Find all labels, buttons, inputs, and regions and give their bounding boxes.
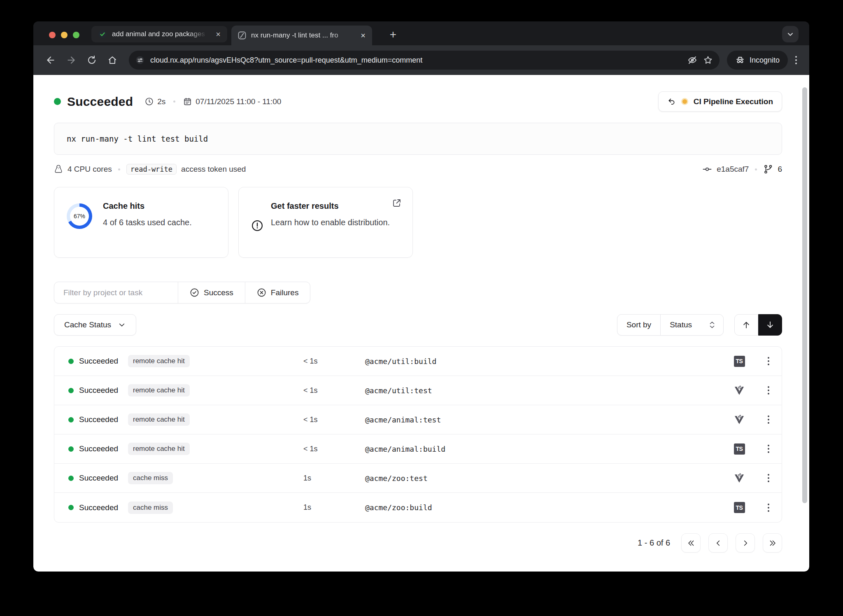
chevron-down-icon (787, 30, 794, 38)
command-text: nx run-many -t lint test build (67, 134, 208, 143)
chevron-right-icon (741, 539, 750, 548)
back-icon (47, 57, 54, 63)
incognito-icon (735, 55, 745, 65)
incognito-badge: Incognito (727, 51, 788, 70)
row-duration: < 1s (303, 357, 365, 366)
close-window-button[interactable] (49, 32, 56, 38)
row-status: Succeeded (79, 444, 118, 453)
row-status-dot (68, 388, 74, 393)
linux-icon (54, 164, 63, 174)
table-row[interactable]: Succeeded remote cache hit < 1s @acme/ut… (54, 347, 782, 376)
double-chevron-right-icon (768, 539, 777, 548)
traffic-lights (49, 32, 79, 38)
double-chevron-left-icon (687, 539, 696, 548)
table-row[interactable]: Succeeded cache miss 1s @acme/zoo:build … (54, 493, 782, 522)
sort-group: Sort by Status (617, 314, 724, 336)
row-menu-button[interactable] (765, 355, 772, 368)
row-duration: 1s (303, 503, 365, 512)
typescript-icon: TS (734, 356, 745, 367)
reload-button[interactable] (84, 52, 100, 68)
chevron-down-icon (118, 321, 126, 329)
site-settings-icon[interactable] (135, 56, 144, 65)
row-status: Succeeded (79, 415, 118, 424)
first-page-button[interactable] (681, 533, 701, 553)
table-row[interactable]: Succeeded remote cache hit < 1s @acme/an… (54, 405, 782, 434)
row-status-dot (68, 505, 74, 510)
next-page-button[interactable] (736, 533, 755, 553)
page-title: Succeeded (67, 95, 133, 109)
row-duration: < 1s (303, 386, 365, 395)
sort-select[interactable]: Status (661, 315, 723, 335)
cache-status-label: Cache Status (64, 320, 111, 329)
external-link-icon[interactable] (392, 198, 402, 208)
access-token-badge: read-write (126, 164, 177, 175)
row-menu-button[interactable] (765, 413, 772, 426)
table-row[interactable]: Succeeded cache miss 1s @acme/zoo:test T… (54, 464, 782, 493)
row-status-dot (68, 446, 74, 452)
browser-menu-button[interactable] (792, 53, 800, 68)
tab-search-button[interactable] (782, 26, 799, 42)
address-bar[interactable]: cloud.nx.app/runs/agsvEHsQc8?utm_source=… (129, 51, 720, 70)
reload-icon (88, 56, 95, 63)
browser-toolbar: cloud.nx.app/runs/agsvEHsQc8?utm_source=… (33, 45, 809, 75)
filter-success-button[interactable]: Success (178, 282, 245, 303)
tab-title: nx run-many -t lint test ... fro (251, 31, 355, 40)
duration: 2s (157, 97, 165, 106)
row-task-name: @acme/util:test (365, 386, 725, 395)
filter-input[interactable] (54, 282, 178, 303)
arrow-up-icon (742, 320, 751, 329)
browser-window: add animal and zoo packages × nx run-man… (33, 21, 809, 572)
tab-pull-request[interactable]: add animal and zoo packages × (91, 26, 227, 42)
vitest-icon (734, 385, 745, 396)
row-task-name: @acme/zoo:build (365, 503, 725, 512)
row-menu-button[interactable] (765, 384, 772, 397)
last-page-button[interactable] (763, 533, 782, 553)
pipeline-status-dot (681, 98, 688, 105)
tab-title: add animal and zoo packages (112, 30, 210, 38)
cpu-cores: 4 CPU cores (68, 165, 112, 174)
table-row[interactable]: Succeeded remote cache hit < 1s @acme/ut… (54, 376, 782, 405)
faster-results-card[interactable]: Get faster results Learn how to enable d… (238, 187, 413, 258)
cache-card-title: Cache hits (103, 201, 192, 211)
home-button[interactable] (104, 52, 121, 68)
ci-pipeline-execution-button[interactable]: CI Pipeline Execution (658, 91, 782, 112)
row-status: Succeeded (79, 386, 118, 395)
sort-descending-button[interactable] (758, 314, 782, 336)
forward-button[interactable] (63, 52, 79, 68)
chevron-left-icon (714, 539, 723, 548)
typescript-icon: TS (734, 502, 745, 513)
check-circle-icon (190, 288, 199, 297)
row-task-name: @acme/zoo:test (365, 474, 725, 483)
url-text: cloud.nx.app/runs/agsvEHsQc8?utm_source=… (150, 56, 682, 65)
cache-badge: cache miss (128, 502, 173, 514)
bookmark-star-icon[interactable] (703, 55, 713, 65)
scrollbar-thumb[interactable] (802, 87, 807, 503)
filter-group: Success Failures (54, 282, 310, 303)
table-row[interactable]: Succeeded remote cache hit < 1s @acme/an… (54, 434, 782, 464)
clock-icon (145, 97, 154, 106)
row-status-dot (68, 417, 74, 422)
cache-donut-chart: 67% (67, 203, 92, 229)
new-tab-button[interactable]: + (386, 28, 401, 41)
prev-page-button[interactable] (708, 533, 728, 553)
row-duration: < 1s (303, 415, 365, 424)
row-menu-button[interactable] (765, 442, 772, 455)
back-button[interactable] (42, 52, 59, 68)
sort-ascending-button[interactable] (734, 314, 758, 336)
row-menu-button[interactable] (765, 471, 772, 485)
eye-off-icon[interactable] (687, 55, 697, 65)
row-menu-button[interactable] (765, 501, 772, 514)
cache-status-dropdown[interactable]: Cache Status (54, 314, 136, 336)
tab-close-icon[interactable]: × (360, 31, 366, 40)
forward-icon (68, 57, 74, 63)
tab-close-icon[interactable]: × (215, 30, 221, 38)
typescript-icon: TS (734, 443, 745, 455)
filter-failures-button[interactable]: Failures (245, 282, 310, 303)
tab-nx-run[interactable]: nx run-many -t lint test ... fro × (231, 26, 372, 45)
cache-badge: remote cache hit (128, 413, 190, 426)
sort-value: Status (670, 320, 692, 329)
minimize-window-button[interactable] (61, 32, 68, 38)
zoom-window-button[interactable] (73, 32, 79, 38)
page-content: Succeeded 2s (33, 75, 809, 572)
success-label: Success (204, 288, 233, 297)
